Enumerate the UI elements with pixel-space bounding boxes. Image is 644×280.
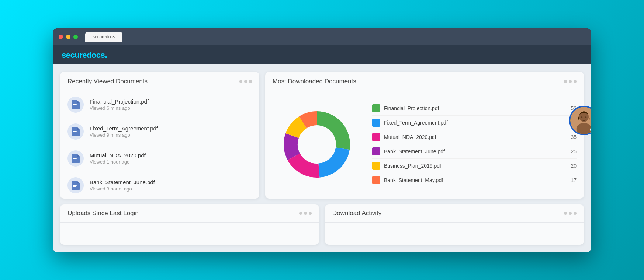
bottom-cards: Uploads Since Last Login Download Activi… [60, 204, 584, 245]
legend-item[interactable]: Business_Plan_2019.pdf 20 [372, 159, 577, 173]
browser-tab[interactable]: securedocs [85, 32, 122, 42]
svg-rect-5 [73, 160, 76, 160]
legend-color [372, 162, 380, 170]
dot-2 [244, 80, 247, 83]
legend-name: Business_Plan_2019.pdf [384, 163, 567, 169]
download-activity-body [325, 223, 584, 245]
doc-item[interactable]: Fixed_Term_Agreement.pdf Viewed 9 mins a… [60, 118, 259, 145]
uploads-menu[interactable] [299, 212, 312, 215]
doc-info: Fixed_Term_Agreement.pdf Viewed 9 mins a… [90, 125, 252, 138]
browser-window: securedocs securedocs. Recently Viewed D… [53, 28, 591, 252]
download-activity-menu[interactable] [564, 212, 577, 215]
doc-item[interactable]: Bank_Statement_June.pdf Viewed 3 hours a… [60, 172, 259, 199]
download-activity-card: Download Activity [325, 204, 584, 245]
doc-name: Fixed_Term_Agreement.pdf [90, 125, 252, 132]
dot-2 [569, 80, 572, 83]
doc-list: Financial_Projection.pdf Viewed 6 mins a… [60, 91, 259, 199]
legend-count: 35 [571, 134, 577, 140]
legend-count: 20 [571, 163, 577, 169]
dot-1 [564, 80, 567, 83]
most-downloaded-header: Most Downloaded Documents [265, 72, 584, 91]
legend-name: Bank_Statement_June.pdf [384, 148, 567, 154]
legend-item[interactable]: Bank_Statement_May.pdf 17 [372, 173, 577, 187]
close-button[interactable] [59, 35, 63, 39]
most-downloaded-menu[interactable] [564, 80, 577, 83]
recently-viewed-menu[interactable] [239, 80, 252, 83]
donut-segment[interactable] [318, 147, 350, 178]
svg-point-11 [581, 116, 583, 118]
download-activity-title: Download Activity [332, 210, 381, 217]
legend-color [372, 133, 380, 141]
legend-color [372, 104, 380, 112]
most-downloaded-card: Most Downloaded Documents Financial_Pr [265, 72, 584, 199]
doc-info: Mutual_NDA_2020.pdf Viewed 1 hour ago [90, 152, 252, 165]
legend-color [372, 147, 380, 155]
legend-item[interactable]: Fixed_Term_Agreement.pdf 40 [372, 116, 577, 130]
dot-3 [249, 80, 252, 83]
uploads-body [60, 223, 319, 245]
doc-name: Bank_Statement_June.pdf [90, 179, 252, 185]
most-downloaded-title: Most Downloaded Documents [273, 78, 356, 85]
svg-rect-3 [73, 133, 76, 133]
svg-rect-7 [73, 186, 76, 187]
doc-time: Viewed 6 mins ago [90, 105, 252, 111]
doc-icon [67, 97, 84, 113]
recently-viewed-title: Recently Viewed Documents [67, 78, 148, 85]
doc-name: Mutual_NDA_2020.pdf [90, 152, 252, 158]
doc-info: Bank_Statement_June.pdf Viewed 3 hours a… [90, 179, 252, 192]
legend-count: 25 [571, 148, 577, 154]
legend-count: 17 [571, 177, 577, 183]
chart-section: Financial_Projection.pdf 52 Fixed_Term_A… [265, 91, 584, 197]
legend-item[interactable]: Bank_Statement_June.pdf 25 [372, 144, 577, 159]
legend-name: Financial_Projection.pdf [384, 105, 567, 111]
doc-icon [67, 177, 84, 193]
legend-name: Mutual_NDA_2020.pdf [384, 134, 567, 140]
legend-name: Bank_Statement_May.pdf [384, 177, 567, 183]
doc-info: Financial_Projection.pdf Viewed 6 mins a… [90, 98, 252, 111]
logo-dot: . [105, 49, 107, 60]
svg-rect-4 [73, 158, 77, 159]
minimize-button[interactable] [66, 35, 70, 39]
dot-1 [239, 80, 242, 83]
app-header: securedocs. [53, 45, 591, 64]
dot-1 [564, 212, 567, 215]
legend-item[interactable]: Mutual_NDA_2020.pdf 35 [372, 130, 577, 144]
avatar [570, 107, 591, 134]
logo: securedocs. [62, 50, 107, 60]
doc-icon [67, 150, 84, 167]
dot-3 [574, 212, 577, 215]
dot-1 [299, 212, 302, 215]
legend-color [372, 176, 380, 184]
recently-viewed-header: Recently Viewed Documents [60, 72, 259, 91]
donut-chart [273, 100, 361, 189]
logo-secure: secure [62, 50, 87, 60]
legend-color [372, 119, 380, 127]
recently-viewed-card: Recently Viewed Documents Financial_Proj… [60, 72, 259, 199]
uploads-header: Uploads Since Last Login [60, 204, 319, 223]
maximize-button[interactable] [73, 35, 78, 39]
svg-rect-0 [73, 104, 77, 105]
dot-3 [574, 80, 577, 83]
dot-3 [309, 212, 312, 215]
svg-rect-2 [73, 131, 77, 132]
uploads-card: Uploads Since Last Login [60, 204, 319, 245]
doc-time: Viewed 1 hour ago [90, 159, 252, 165]
doc-time: Viewed 9 mins ago [90, 132, 252, 138]
doc-item[interactable]: Mutual_NDA_2020.pdf Viewed 1 hour ago [60, 145, 259, 172]
svg-rect-6 [73, 185, 77, 186]
download-activity-header: Download Activity [325, 204, 584, 223]
doc-icon [67, 123, 84, 140]
legend-name: Fixed_Term_Agreement.pdf [384, 120, 567, 126]
svg-rect-1 [73, 106, 76, 106]
logo-docs: docs [87, 50, 105, 60]
dot-2 [569, 212, 572, 215]
legend-item[interactable]: Financial_Projection.pdf 52 [372, 101, 577, 116]
browser-titlebar: securedocs [53, 28, 591, 45]
donut-segment[interactable] [317, 111, 350, 150]
legend: Financial_Projection.pdf 52 Fixed_Term_A… [372, 101, 577, 187]
doc-time: Viewed 3 hours ago [90, 186, 252, 192]
doc-item[interactable]: Financial_Projection.pdf Viewed 6 mins a… [60, 91, 259, 118]
doc-name: Financial_Projection.pdf [90, 98, 252, 105]
uploads-title: Uploads Since Last Login [67, 210, 139, 217]
dot-2 [304, 212, 307, 215]
